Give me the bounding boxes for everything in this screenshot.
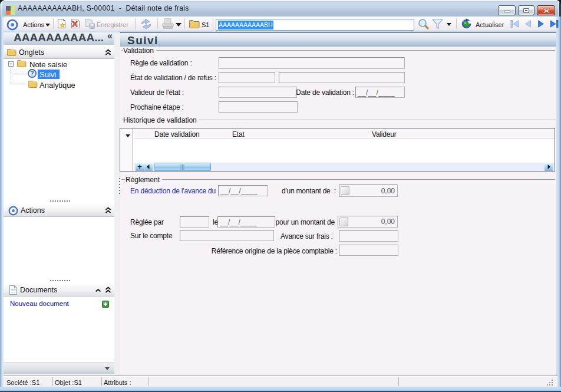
svg-text:?: ? bbox=[30, 70, 34, 77]
